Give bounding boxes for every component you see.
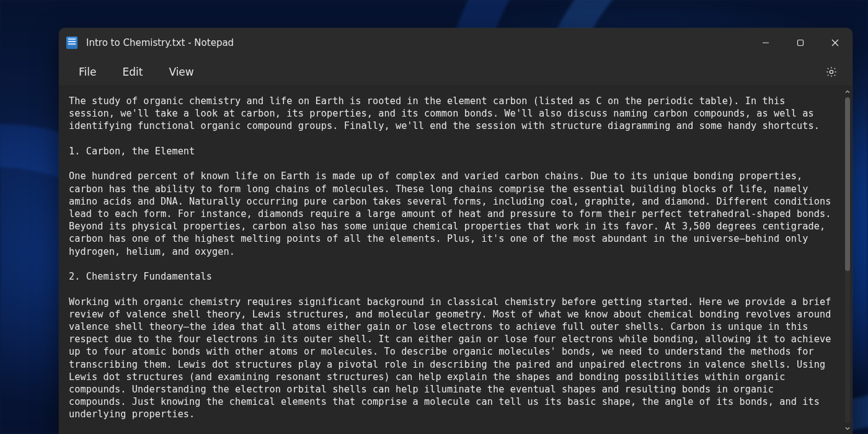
- chevron-down-icon: [845, 426, 850, 431]
- menu-view[interactable]: View: [157, 62, 205, 82]
- maximize-icon: [797, 39, 804, 46]
- vertical-scrollbar[interactable]: [843, 86, 852, 434]
- menu-bar: File Edit View: [59, 58, 852, 86]
- svg-point-4: [830, 70, 833, 73]
- maximize-button[interactable]: [783, 28, 818, 58]
- menu-file[interactable]: File: [68, 62, 107, 82]
- titlebar[interactable]: Intro to Chemistry.txt - Notepad: [59, 28, 852, 58]
- chevron-up-icon: [845, 89, 850, 94]
- notepad-app-icon: [66, 37, 78, 49]
- editor-area: The study of organic chemistry and life …: [59, 86, 852, 434]
- menu-edit[interactable]: Edit: [111, 62, 154, 82]
- minimize-button[interactable]: [748, 28, 783, 58]
- notepad-window: Intro to Chemistry.txt - Notepad File Ed…: [59, 28, 852, 434]
- settings-button[interactable]: [819, 60, 844, 84]
- minimize-icon: [762, 39, 769, 46]
- close-button[interactable]: [818, 28, 852, 58]
- scroll-down-button[interactable]: [843, 423, 852, 434]
- scroll-up-button[interactable]: [843, 86, 852, 97]
- window-title: Intro to Chemistry.txt - Notepad: [86, 37, 234, 48]
- gear-icon: [825, 66, 838, 78]
- scroll-thumb[interactable]: [845, 97, 850, 271]
- window-controls: [748, 28, 852, 58]
- text-editor[interactable]: The study of organic chemistry and life …: [59, 86, 843, 434]
- close-icon: [831, 39, 839, 46]
- svg-rect-1: [798, 40, 804, 46]
